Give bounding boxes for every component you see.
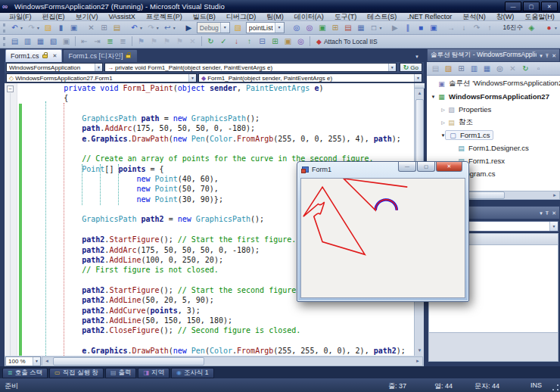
code-line[interactable]: path2.AddCurve(points, 3); <box>27 306 414 316</box>
maximize-button[interactable]: ▢ <box>523 2 540 11</box>
tree-item-4[interactable]: ▷▤참조 <box>427 116 560 129</box>
show-all-files-icon[interactable]: ⊞ <box>456 63 467 75</box>
dropdown-arrow-icon[interactable]: ▼ <box>275 23 284 33</box>
tree-item-3[interactable]: ▷▧Properties <box>427 103 560 116</box>
object-browser-icon[interactable]: ⊞ <box>330 22 341 34</box>
code-line[interactable]: GraphicsPath path = new GraphicsPath(); <box>27 114 414 123</box>
menu-item-7[interactable]: 디버그(D) <box>221 13 262 21</box>
code-line[interactable]: e.Graphics.DrawPath(new Pen(Color.FromAr… <box>27 134 414 144</box>
tab-form1-cs-design[interactable]: Form1.cs [디자인] <box>63 49 138 62</box>
menu-item-10[interactable]: 도구(T) <box>329 13 362 21</box>
tool-window-tab-3[interactable]: ▤출력 <box>105 368 137 378</box>
comment-selection-icon[interactable]: ≣ <box>104 36 116 48</box>
menu-item-14[interactable]: 창(W) <box>491 13 520 21</box>
scroll-up-icon[interactable]: ▲ <box>415 89 425 98</box>
code-line[interactable]: path2.AddLine(50, 150, 150, 180); <box>27 316 414 325</box>
form1-window[interactable]: Form1 —▢✕ <box>297 161 469 302</box>
undo-checkout-icon[interactable]: ↑ <box>244 36 255 48</box>
complete-word-icon[interactable]: ▧ <box>48 36 59 48</box>
open-file-icon[interactable]: ▨ <box>42 22 54 34</box>
dropdown-arrow-icon[interactable]: ▼ <box>188 74 196 82</box>
restart-icon[interactable]: ▣ <box>428 22 439 34</box>
scroll-down-icon[interactable]: ▼ <box>415 346 425 356</box>
navigate-forward-icon[interactable]: ↷▼ <box>26 22 41 34</box>
expander-collapsed-icon[interactable]: ▷ <box>440 107 446 112</box>
find-references-icon[interactable]: ◎ <box>304 22 316 34</box>
menu-item-3[interactable]: 보기(V) <box>70 13 104 21</box>
code-line[interactable] <box>27 104 414 114</box>
minimize-button[interactable]: — <box>505 2 521 11</box>
uncomment-selection-icon[interactable]: ≣ <box>117 36 129 48</box>
error-list-icon[interactable]: ▤ <box>343 22 354 34</box>
menu-item-15[interactable]: 도움말(H) <box>519 13 560 21</box>
document-list-dropdown-icon[interactable]: ▼ <box>415 54 424 62</box>
view-class-diagram-icon[interactable]: ◎ <box>494 63 506 75</box>
auto-hide-pin-icon[interactable]: Ŧ <box>546 53 549 58</box>
close-tab-icon[interactable]: ✕ <box>53 53 58 59</box>
save-icon[interactable]: ▮ <box>55 22 67 34</box>
dropdown-arrow-icon[interactable]: ▼ <box>95 64 102 71</box>
code-line[interactable]: { <box>27 93 414 103</box>
menu-item-4[interactable]: VAssistX <box>104 13 141 21</box>
vax-go-button[interactable]: ↻ Go <box>400 63 422 72</box>
hex-display-toggle[interactable]: 16진수 <box>500 23 524 33</box>
workspaces-icon[interactable]: ▣ <box>282 36 294 48</box>
pending-changes-icon[interactable]: ◎ <box>295 36 306 48</box>
stop-debugging-icon[interactable]: ■ <box>415 22 426 34</box>
increase-indent-icon[interactable]: ⇥ <box>92 36 103 48</box>
tree-item-5[interactable]: ▼▢Form1.cs <box>427 129 560 142</box>
compare-icon[interactable]: ⊟ <box>257 36 268 48</box>
solution-configurations-combo[interactable]: Debug▼ <box>197 22 230 33</box>
history-icon[interactable]: ⊞ <box>269 36 281 48</box>
paste-icon[interactable]: ▤ <box>111 22 123 34</box>
code-line[interactable] <box>27 336 414 346</box>
dropdown-arrow-icon[interactable]: ▼ <box>549 222 558 231</box>
tool-window-tab-4[interactable]: ◨지역 <box>138 368 170 378</box>
tree-item-1[interactable]: ▣솔루션 'WindowsFormsApplication27' (1 프로 <box>427 77 560 90</box>
check-in-icon[interactable]: ✓ <box>218 36 229 48</box>
undo-icon[interactable]: ↶▼ <box>129 22 144 34</box>
menu-item-2[interactable]: 편집(E) <box>37 13 70 21</box>
find-in-files-folder-icon[interactable]: ▨ <box>232 22 244 34</box>
dropdown-arrow-icon[interactable]: ▼ <box>220 23 229 33</box>
code-line[interactable]: path.AddArc(175, 50, 50, 50, 0, -180); <box>27 123 414 133</box>
quick-info-icon[interactable]: ▦ <box>35 36 46 48</box>
properties-window-icon[interactable]: □▼ <box>369 22 384 34</box>
redo-icon[interactable]: ↷▼ <box>145 22 160 34</box>
collapse-icon[interactable]: ▫ <box>533 63 544 75</box>
dropdown-arrow-icon[interactable]: ▼ <box>414 74 422 82</box>
scroll-right-icon[interactable]: ► <box>550 191 559 200</box>
toolbar2-grip[interactable] <box>3 37 5 46</box>
dropdown-arrow-icon[interactable]: ▼ <box>388 64 396 71</box>
code-line[interactable] <box>27 144 414 154</box>
vax-scope-combo[interactable]: WindowsFormsApplication ▼ <box>6 63 103 72</box>
bookmark-folder-icon[interactable]: ⚑ <box>174 36 185 48</box>
resize-grip[interactable] <box>552 384 559 391</box>
breakpoints-window-icon[interactable]: ●▼ <box>543 22 558 34</box>
continue-icon[interactable]: ▶ <box>389 22 400 34</box>
step-into-icon[interactable]: ↓ <box>458 22 469 34</box>
step-out-icon[interactable]: ↑ <box>484 22 495 34</box>
form-minimize-button[interactable]: — <box>398 162 416 172</box>
navigate-to-icon[interactable]: ↩▼ <box>162 22 177 34</box>
code-line[interactable]: path2.CloseFigure(); // Second figure is… <box>27 325 414 335</box>
find-symbol-icon[interactable]: ◎ <box>291 22 303 34</box>
refresh-icon[interactable]: ↻ <box>520 63 531 75</box>
decrease-indent-icon[interactable]: ⇤ <box>79 36 90 48</box>
menu-item-6[interactable]: 빌드(B) <box>188 13 221 21</box>
properties-icon[interactable]: ▨ <box>443 63 454 75</box>
menu-item-5[interactable]: 프로젝트(P) <box>141 13 188 21</box>
tool-window-tab-2[interactable]: ▭직접 실행 창 <box>49 368 104 378</box>
show-next-statement-icon[interactable]: → <box>445 22 456 34</box>
indicator-margin[interactable] <box>5 83 17 356</box>
previous-bookmark-icon[interactable]: ⚑ <box>148 36 160 48</box>
unload-icon[interactable]: ✕ <box>507 63 518 75</box>
tool-window-tab-1[interactable]: ≣호출 스택 <box>2 368 48 378</box>
step-over-icon[interactable]: ↷ <box>471 22 482 34</box>
display-object-member-list-icon[interactable]: ▤ <box>9 36 20 48</box>
types-combo[interactable]: ◇ WindowsFormsApplication27.Form1 ▼ <box>6 73 197 82</box>
vax-member-combo[interactable]: → private void Form1_Paint(object sender… <box>104 63 397 72</box>
code-line[interactable]: e.Graphics.DrawPath(new Pen(Color.FromAr… <box>27 346 414 356</box>
next-bookmark-icon[interactable]: ⚑ <box>161 36 173 48</box>
form-close-button[interactable]: ✕ <box>436 162 462 172</box>
